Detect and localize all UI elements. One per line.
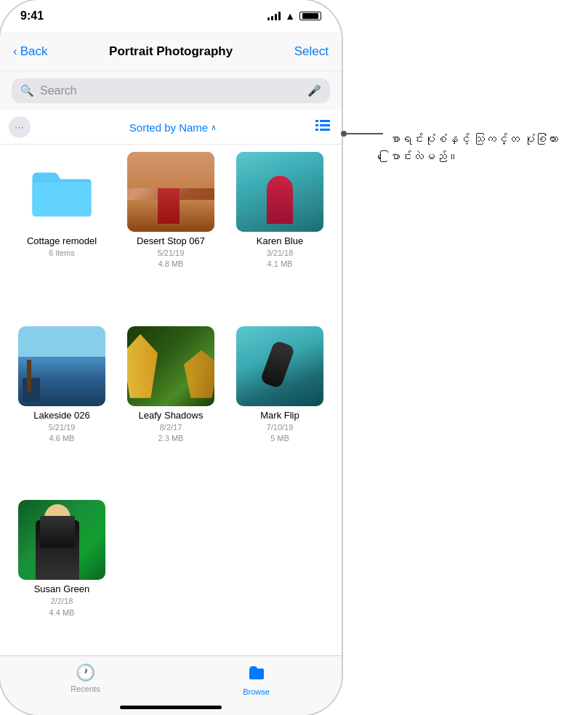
recents-label: Recents bbox=[71, 684, 100, 693]
photo-thumbnail bbox=[127, 326, 214, 406]
search-bar: 🔍 Search 🎤 bbox=[0, 71, 342, 110]
annotation-line-horizontal bbox=[347, 133, 383, 134]
folder-thumbnail bbox=[18, 152, 105, 232]
item-size: 5 MB bbox=[270, 433, 289, 444]
home-indicator bbox=[120, 706, 222, 709]
photo-thumbnail bbox=[236, 152, 323, 232]
item-size: 2.3 MB bbox=[158, 433, 184, 444]
status-time: 9:41 bbox=[20, 9, 44, 23]
wifi-icon: ▲ bbox=[285, 10, 295, 22]
item-size: 4.6 MB bbox=[49, 433, 75, 444]
recents-icon: 🕐 bbox=[76, 663, 95, 682]
signal-bar-4 bbox=[278, 12, 281, 20]
svg-rect-4 bbox=[315, 129, 318, 131]
svg-rect-0 bbox=[315, 120, 318, 122]
search-input-wrap: 🔍 Search 🎤 bbox=[12, 78, 330, 103]
folder-icon bbox=[29, 165, 94, 219]
list-item[interactable]: Susan Green 2/2/18 4.4 MB bbox=[12, 500, 112, 663]
item-name: Susan Green bbox=[34, 583, 90, 596]
item-date: 5/21/19 bbox=[158, 248, 185, 259]
sort-chevron-icon: ∧ bbox=[211, 123, 217, 132]
list-view-button[interactable] bbox=[315, 120, 330, 135]
photo-thumbnail bbox=[236, 326, 323, 406]
signal-bar-1 bbox=[267, 17, 270, 20]
photo-thumbnail bbox=[127, 152, 214, 232]
annotation-text: စာရင်းပုံစံနှင့် သင်္ကြတ ပုံစံကြား ပြောင… bbox=[389, 131, 588, 166]
svg-rect-1 bbox=[320, 120, 330, 122]
item-date: 7/10/19 bbox=[267, 422, 294, 433]
list-icon bbox=[315, 120, 330, 132]
item-name: Leafy Shadows bbox=[139, 410, 204, 422]
microphone-icon[interactable]: 🎤 bbox=[307, 84, 321, 97]
nav-bar: ‹ Back Portrait Photography Select bbox=[0, 32, 342, 71]
back-button[interactable]: ‹ Back bbox=[13, 44, 47, 59]
battery-icon bbox=[299, 12, 321, 20]
annotation-callout: စာရင်းပုံစံနှင့် သင်္ကြတ ပုံစံကြား ပြောင… bbox=[341, 131, 588, 166]
item-date: 3/21/18 bbox=[267, 248, 294, 259]
item-date: 2/2/18 bbox=[51, 596, 73, 607]
photo-thumbnail bbox=[18, 500, 105, 580]
item-name: Mark Flip bbox=[260, 410, 299, 422]
annotation-line bbox=[341, 131, 383, 137]
sort-label-text: Sorted by Name bbox=[129, 121, 208, 134]
ellipsis-icon: ··· bbox=[15, 122, 24, 132]
item-name: Cottage remodel bbox=[27, 235, 97, 248]
list-item[interactable]: Desert Stop 067 5/21/19 4.8 MB bbox=[121, 152, 221, 315]
item-name: Karen Blue bbox=[257, 235, 303, 248]
item-size: 4.8 MB bbox=[158, 259, 184, 270]
signal-bar-3 bbox=[275, 14, 277, 20]
select-button[interactable]: Select bbox=[294, 44, 329, 59]
browse-label: Browse bbox=[243, 687, 270, 696]
list-item[interactable]: Lakeside 026 5/21/19 4.6 MB bbox=[12, 326, 112, 489]
folder-browse-icon bbox=[248, 663, 265, 681]
svg-rect-3 bbox=[320, 124, 330, 126]
file-grid: Cottage remodel 6 items Desert Stop 067 … bbox=[0, 145, 342, 670]
item-size: 4.4 MB bbox=[49, 607, 75, 618]
search-icon: 🔍 bbox=[20, 84, 34, 97]
chevron-left-icon: ‹ bbox=[13, 44, 17, 59]
item-name: Lakeside 026 bbox=[33, 410, 89, 422]
search-input[interactable]: Search bbox=[40, 84, 302, 97]
phone-frame: 9:41 ▲ ‹ Back Portrait Photography Selec… bbox=[0, 0, 342, 715]
list-item[interactable]: Leafy Shadows 8/2/17 2.3 MB bbox=[121, 326, 221, 489]
page-title: Portrait Photography bbox=[109, 44, 233, 59]
annotation-dot bbox=[341, 131, 347, 137]
signal-bar-2 bbox=[271, 16, 273, 20]
item-name: Desert Stop 067 bbox=[137, 235, 205, 248]
signal-bars-icon bbox=[267, 12, 281, 20]
status-bar: 9:41 ▲ bbox=[0, 0, 342, 32]
item-meta: 6 items bbox=[49, 248, 74, 259]
browse-icon bbox=[248, 663, 265, 685]
tab-browse[interactable]: Browse bbox=[227, 663, 286, 696]
list-item[interactable]: Mark Flip 7/10/19 5 MB bbox=[230, 326, 330, 489]
sort-label[interactable]: Sorted by Name ∧ bbox=[129, 121, 217, 134]
status-icons: ▲ bbox=[267, 10, 321, 22]
back-label: Back bbox=[20, 44, 48, 59]
svg-rect-5 bbox=[320, 129, 330, 131]
more-options-button[interactable]: ··· bbox=[9, 116, 31, 138]
tab-recents[interactable]: 🕐 Recents bbox=[57, 663, 115, 693]
sort-bar: ··· Sorted by Name ∧ bbox=[0, 110, 342, 145]
photo-thumbnail bbox=[18, 326, 105, 406]
svg-rect-2 bbox=[315, 124, 318, 126]
item-date: 5/21/19 bbox=[49, 422, 76, 433]
list-item[interactable]: Karen Blue 3/21/18 4.1 MB bbox=[230, 152, 330, 315]
item-size: 4.1 MB bbox=[267, 259, 293, 270]
item-date: 8/2/17 bbox=[160, 422, 182, 433]
list-item[interactable]: Cottage remodel 6 items bbox=[12, 152, 112, 315]
